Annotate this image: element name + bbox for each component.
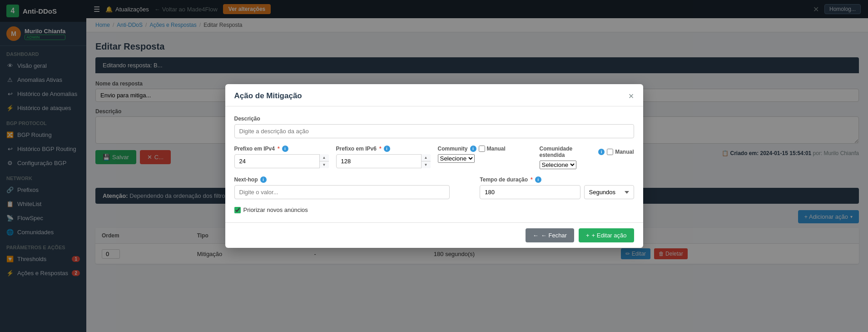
duration-row: Segundos Minutos Horas bbox=[480, 185, 634, 199]
duration-info-icon: i bbox=[535, 176, 541, 183]
duration-label: Tempo de duração bbox=[480, 176, 528, 183]
modal-community-col: Community i Manual Selecione bbox=[438, 146, 532, 169]
modal-description-label: Descrição bbox=[234, 116, 634, 122]
ext-community-info-icon: i bbox=[598, 149, 605, 155]
priority-label: Priorizar novos anúncios bbox=[243, 206, 308, 213]
community-manual-toggle: Manual bbox=[479, 146, 506, 152]
ext-community-manual-checkbox[interactable] bbox=[607, 149, 613, 155]
duration-required: * bbox=[531, 176, 533, 183]
modal-nexthop-col: Next-hop i bbox=[234, 176, 450, 199]
modal-description-group: Descrição bbox=[234, 116, 634, 138]
priority-checkbox[interactable] bbox=[234, 207, 241, 213]
modal-ipv6-col: Prefixo em IPv6 * i ▲ ▼ bbox=[336, 146, 431, 169]
community-label: Community bbox=[438, 146, 468, 152]
fechar-button[interactable]: ← ← Fechar bbox=[526, 228, 574, 242]
duration-unit-select[interactable]: Segundos Minutos Horas bbox=[584, 185, 634, 199]
editar-acao-button[interactable]: + + Editar ação bbox=[579, 228, 634, 242]
community-manual-label: Manual bbox=[487, 146, 506, 152]
ipv6-label: Prefixo em IPv6 bbox=[336, 146, 377, 152]
ipv4-input-wrapper: ▲ ▼ bbox=[234, 154, 329, 168]
modal-ext-community-col: Comunidade estendida i Manual Selecione bbox=[540, 146, 634, 169]
modal-ipv4-col: Prefixo em IPv4 * i ▲ ▼ bbox=[234, 146, 329, 169]
modal: Ação de Mitigação × Descrição Prefixo em… bbox=[225, 84, 643, 248]
ipv6-down[interactable]: ▼ bbox=[422, 161, 431, 168]
modal-prefix-row: Prefixo em IPv4 * i ▲ ▼ Pr bbox=[234, 146, 634, 169]
ipv4-required: * bbox=[278, 146, 280, 152]
ipv6-input[interactable] bbox=[336, 154, 431, 168]
plus-icon: + bbox=[586, 232, 590, 239]
priority-row: Priorizar novos anúncios bbox=[234, 206, 634, 213]
community-info-icon: i bbox=[470, 146, 476, 152]
ipv6-up[interactable]: ▲ bbox=[422, 154, 431, 161]
nexthop-label: Next-hop bbox=[234, 176, 258, 183]
community-select[interactable]: Selecione bbox=[438, 154, 475, 163]
modal-overlay[interactable]: Ação de Mitigação × Descrição Prefixo em… bbox=[0, 0, 868, 332]
ipv4-label: Prefixo em IPv4 bbox=[234, 146, 275, 152]
modal-body: Descrição Prefixo em IPv4 * i ▲ bbox=[225, 106, 643, 222]
ipv4-spinners: ▲ ▼ bbox=[319, 154, 329, 168]
ext-community-label: Comunidade estendida bbox=[540, 146, 596, 158]
modal-title: Ação de Mitigação bbox=[234, 91, 302, 101]
ipv4-input[interactable] bbox=[234, 154, 329, 168]
ipv6-input-wrapper: ▲ ▼ bbox=[336, 154, 431, 168]
ext-community-manual-toggle: Manual bbox=[607, 149, 634, 155]
ipv4-up[interactable]: ▲ bbox=[320, 154, 329, 161]
modal-description-input[interactable] bbox=[234, 124, 634, 138]
duration-input[interactable] bbox=[480, 185, 580, 199]
ipv4-down[interactable]: ▼ bbox=[320, 161, 329, 168]
ipv4-info-icon: i bbox=[282, 146, 288, 152]
modal-header: Ação de Mitigação × bbox=[225, 84, 643, 106]
modal-duration-col: Tempo de duração * i Segundos Minutos Ho… bbox=[480, 176, 634, 199]
modal-footer: ← ← Fechar + + Editar ação bbox=[225, 222, 643, 248]
ext-community-select[interactable]: Selecione bbox=[540, 161, 576, 169]
nexthop-input[interactable] bbox=[234, 185, 450, 199]
ipv6-spinners: ▲ ▼ bbox=[421, 154, 431, 168]
community-manual-checkbox[interactable] bbox=[479, 146, 485, 152]
ipv6-required: * bbox=[379, 146, 382, 152]
ipv6-info-icon: i bbox=[384, 146, 390, 152]
ext-community-manual-label: Manual bbox=[615, 149, 634, 155]
fechar-icon: ← bbox=[533, 232, 539, 239]
nexthop-info-icon: i bbox=[260, 176, 267, 183]
modal-close-button[interactable]: × bbox=[629, 91, 634, 101]
modal-nexthop-duration-row: Next-hop i Tempo de duração * i bbox=[234, 176, 634, 199]
